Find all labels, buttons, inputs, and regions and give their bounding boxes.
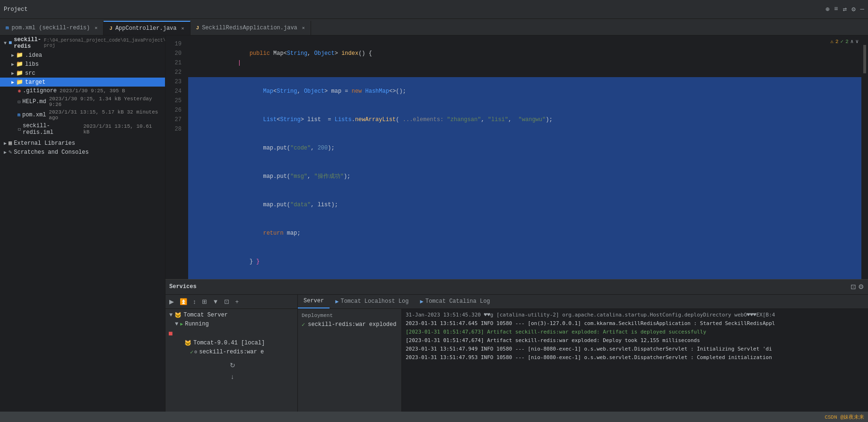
output-line-5: 2023-01-31 13:51:47.953 INFO 10580 --- [… — [406, 353, 864, 362]
code-line-21: List<String> list = Lists.newArrayList( … — [188, 106, 868, 134]
svc-item-tomcat-server[interactable]: ▼ 🐱 Tomcat Server — [165, 311, 297, 320]
panel-settings-btn[interactable]: ⚙ — [858, 283, 864, 290]
helpmd-meta: 2023/1/30 9:25, 1.34 kB Yesterday 9:26 — [49, 96, 161, 107]
redeploy-btn[interactable]: ↻ — [167, 360, 297, 370]
csdn-watermark: CSDN @妹夜未来 — [825, 413, 864, 421]
rerun-btn[interactable]: ↕ — [191, 297, 198, 306]
sidebar-item-iml[interactable]: ◻ seckill-redis.iml 2023/1/31 13:15, 10.… — [0, 122, 165, 137]
output-line-4: 2023-01-31 13:51:47.949 INFO 10580 --- [… — [406, 345, 864, 353]
idea-arrow: ▶ — [11, 53, 14, 58]
code-line-24: map.put("data", list); — [188, 191, 868, 219]
sidebar-item-src[interactable]: ▶ 📁 src — [0, 69, 165, 78]
scratches-label: Scratches and Consoles — [14, 149, 88, 156]
root-path: F:\04_personal_project_code\01_javaProje… — [44, 38, 165, 48]
helpmd-label: HELP.md — [22, 98, 46, 105]
tab-appcontroller[interactable]: J AppController.java ✕ — [104, 21, 190, 35]
services-title: Services — [169, 283, 197, 290]
ok-count: 2 — [845, 39, 849, 44]
localhost-log-label: Tomcat Localhost Log — [340, 298, 408, 305]
globe-icon[interactable]: ⊕ — [825, 5, 829, 13]
minimize-icon[interactable]: — — [860, 5, 864, 13]
iml-label: seckill-redis.iml — [23, 123, 80, 136]
svc-tab-server[interactable]: Server — [298, 294, 330, 308]
tab-seckillapp[interactable]: J SeckillRedisApplication.java ✕ — [191, 21, 311, 35]
sidebar-item-idea[interactable]: ▶ 📁 .idea — [0, 51, 165, 60]
deployment-item-label: seckill-redis:war exploded — [308, 321, 396, 328]
line-numbers: 19 20 21 22 23 24 25 26 27 28 — [165, 35, 184, 279]
sidebar-item-scratches[interactable]: ▶ ✎ Scratches and Consoles — [0, 148, 165, 157]
scroll-thumb[interactable] — [863, 45, 866, 73]
chevron-up-icon[interactable]: ∧ — [851, 38, 854, 44]
svc-item-tomcat-instance[interactable]: 🐱 Tomcat-9.0.41 [local] — [165, 339, 297, 348]
tab-appcontroller-close[interactable]: ✕ — [182, 26, 184, 31]
sidebar-item-extlibs[interactable]: ▶ ▦ External Libraries — [0, 139, 165, 148]
code-line-20: Map<String, Object> map = new HashMap<>(… — [188, 77, 868, 106]
output-line-0: 31-Jan-2023 13:51:45.320 ♥♥g [catalina-u… — [406, 311, 864, 319]
server-tab-label: Server — [304, 298, 324, 304]
iml-meta: 2023/1/31 13:15, 10.61 kB — [83, 123, 161, 135]
target-folder-icon: 📁 — [16, 79, 23, 86]
src-folder-icon: 📁 — [16, 70, 23, 77]
svc-tab-localhost-log[interactable]: ▶ Tomcat Localhost Log — [330, 294, 414, 308]
src-label: src — [25, 70, 35, 77]
extlibs-label: External Libraries — [14, 140, 75, 147]
tab-pom[interactable]: m pom.xml (seckill-redis) ✕ — [0, 21, 104, 35]
chevron-down-icon[interactable]: ∨ — [855, 38, 859, 44]
panel-maximize-btn[interactable]: ⊡ — [851, 283, 856, 290]
add-btn[interactable]: + — [233, 297, 241, 306]
list-icon[interactable]: ≡ — [834, 5, 838, 13]
svc-item-war[interactable]: ✓ ⚙ seckill-redis:war e — [165, 348, 297, 357]
services-left-panel: ▶ ⏫ ↕ ⊞ ▼ ⊡ + ▼ 🐱 — [165, 295, 298, 412]
tab-pom-close[interactable]: ✕ — [95, 25, 97, 31]
tab-pom-label: pom.xml (seckill-redis) — [12, 25, 90, 31]
running-label: Running — [185, 321, 208, 327]
bottom-panel: Services ⊡ ⚙ ▶ ⏫ ↕ ⊞ — [165, 279, 868, 412]
code-line-25: return map; — [188, 219, 868, 247]
pin-btn[interactable]: ⊡ — [222, 297, 231, 306]
scratches-arrow: ▶ — [4, 149, 7, 155]
output-line-3: [2023-01-31 01:51:47,674] Artifact secki… — [406, 336, 864, 345]
svc-tab-catalina-log[interactable]: ▶ Tomcat Catalina Log — [414, 294, 495, 308]
split-icon[interactable]: ⇄ — [843, 5, 847, 13]
settings-icon[interactable]: ⚙ — [851, 5, 855, 13]
project-sidebar: ▼ ■ seckill-redis F:\04_personal_project… — [0, 35, 165, 412]
deployment-panel: Deployment ✓ seckill-redis:war exploded — [298, 309, 402, 412]
warning-icon: ⚠ — [830, 38, 833, 44]
idea-folder-icon: 📁 — [16, 52, 23, 59]
root-label: seckill-redis — [14, 36, 41, 50]
group-btn[interactable]: ⊞ — [200, 297, 209, 306]
error-badge: ⚠ 2 ✓ 2 ∧ ∨ — [830, 38, 859, 44]
war-check-icon: ✓ — [190, 349, 193, 356]
war-label: seckill-redis:war e — [199, 349, 264, 355]
filter-btn[interactable]: ▼ — [211, 297, 221, 306]
stop-service-btn[interactable]: ■ — [167, 328, 174, 339]
code-line-26: } } — [188, 247, 868, 276]
services-body: ▶ ⏫ ↕ ⊞ ▼ ⊡ + ▼ 🐱 — [165, 295, 868, 412]
deploy-check-icon: ✓ — [302, 321, 305, 328]
helpmd-file-icon: ◻ — [17, 99, 20, 105]
gitignore-file-icon: ◉ — [18, 88, 21, 94]
svc-item-running[interactable]: ▼ ▶ Running — [165, 320, 297, 328]
tomcat-server-arrow: ▼ — [169, 312, 173, 318]
pomxml-meta: 2023/1/31 13:15, 5.17 kB 32 minutes ago — [49, 109, 161, 121]
code-lines[interactable]: public Map<String, Object> index() { | M… — [184, 35, 868, 279]
stop-all-btn[interactable]: ⏫ — [178, 297, 189, 306]
sidebar-item-pomxml[interactable]: m pom.xml 2023/1/31 13:15, 5.17 kB 32 mi… — [0, 108, 165, 122]
output-line-1: 2023-01-31 13:51:47.645 INFO 10580 --- [… — [406, 319, 864, 328]
services-main-content: Deployment ✓ seckill-redis:war exploded … — [298, 309, 868, 412]
libs-arrow: ▶ — [11, 62, 14, 67]
pomxml-label: pom.xml — [22, 112, 46, 118]
localhost-log-icon: ▶ — [335, 298, 339, 305]
libs-label: libs — [25, 61, 39, 68]
code-editor[interactable]: 19 20 21 22 23 24 25 26 27 28 — [165, 35, 868, 279]
tab-seckillapp-close[interactable]: ✕ — [302, 25, 305, 31]
tomcat-instance-label: Tomcat-9.0.41 [local] — [193, 340, 265, 346]
sidebar-item-gitignore[interactable]: ◉ .gitignore 2023/1/30 9:25, 395 B — [0, 87, 165, 95]
update-btn[interactable]: ↓ — [167, 372, 297, 381]
sidebar-root[interactable]: ▼ ■ seckill-redis F:\04_personal_project… — [0, 35, 165, 51]
root-arrow: ▼ — [4, 41, 7, 46]
sidebar-item-libs[interactable]: ▶ 📁 libs — [0, 60, 165, 69]
sidebar-item-target[interactable]: ▶ 📁 target — [0, 78, 165, 87]
run-all-btn[interactable]: ▶ — [167, 297, 176, 306]
sidebar-item-helpmd[interactable]: ◻ HELP.md 2023/1/30 9:25, 1.34 kB Yester… — [0, 95, 165, 108]
